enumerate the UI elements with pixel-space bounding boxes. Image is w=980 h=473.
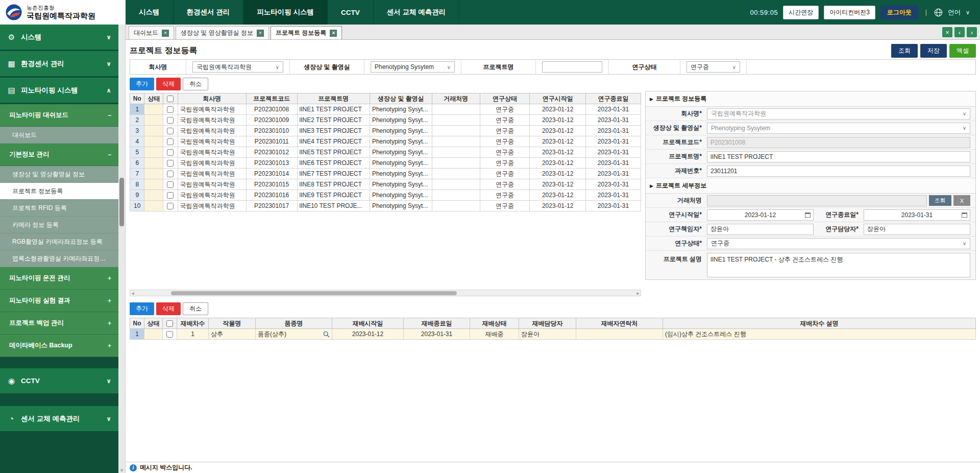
sidebar-item[interactable]: 환경센서 관리 ∨ [0, 51, 118, 78]
col-order[interactable]: 재배차수 [177, 318, 209, 329]
calendar-icon[interactable] [805, 212, 811, 218]
project-desc-textarea[interactable]: lINE1 TEST PROJECT - 상추 건조스트레스 진행 [707, 253, 970, 277]
sidebar-item[interactable]: 피노타이핑 시스템 ∧ [0, 78, 118, 104]
save-button[interactable]: 저장 [920, 44, 947, 58]
row-checkbox[interactable] [166, 331, 173, 338]
table-row[interactable]: 2 국립원예특작과학원 P202301009 lINE2 TEST PROJEC… [130, 115, 641, 126]
sidebar-item[interactable]: 피노타이핑 실험 결과 + [0, 290, 118, 312]
table-row[interactable]: 1 국립원예특작과학원 P202301008 lINE1 TEST PROJEC… [130, 104, 641, 115]
row-checkbox[interactable] [167, 128, 174, 134]
col-start[interactable]: 연구시작일 [530, 93, 586, 104]
row-checkbox[interactable] [167, 106, 174, 113]
top-nav-item[interactable]: 시스템 [126, 0, 174, 25]
language-chevron-down-icon[interactable]: ∨ [966, 9, 970, 16]
horizontal-scrollbar-thumb[interactable] [171, 291, 457, 295]
research-end-datepicker[interactable]: 2023-01-31 [864, 209, 970, 221]
sidebar-item[interactable]: 센서 교체 예측관리 ∨ [0, 406, 118, 433]
row-checkbox[interactable] [167, 149, 174, 156]
row-checkbox[interactable] [167, 171, 174, 177]
col-client[interactable]: 거래처명 [432, 93, 480, 104]
client-search-button[interactable]: 조회 [929, 195, 951, 206]
row-checkbox[interactable] [167, 203, 174, 209]
tabs-next-button[interactable]: › [967, 27, 977, 37]
tab[interactable]: 대쉬보드 [129, 26, 174, 39]
col-variety[interactable]: 품종명 [256, 318, 332, 329]
col-status[interactable]: 재배상태 [470, 318, 519, 329]
task-number-input[interactable] [707, 165, 970, 177]
excel-button[interactable]: 엑셀 [949, 44, 976, 58]
calendar-icon[interactable] [962, 212, 967, 218]
col-no[interactable]: No [130, 93, 144, 104]
sidebar-item[interactable]: 생장상 및 영상촬영실 정보 [0, 166, 118, 183]
row-checkbox[interactable] [167, 181, 174, 188]
select-all-checkbox[interactable] [166, 320, 173, 327]
add-button[interactable]: 추가 [130, 78, 154, 90]
table-row[interactable]: 4 국립원예특작과학원 P202301011 lINE4 TEST PROJEC… [130, 136, 641, 147]
table-row[interactable]: 5 국립원예특작과학원 P202301012 lINE5 TEST PROJEC… [130, 147, 641, 158]
sidebar-item[interactable]: 프로젝트 RFID 등록 [0, 200, 118, 217]
language-label[interactable]: 언어 [948, 8, 961, 17]
sidebar-item[interactable]: RGB촬영실 카메라좌표정보 등록 [0, 233, 118, 250]
col-status[interactable]: 연구상태 [480, 93, 530, 104]
globe-icon[interactable] [934, 8, 943, 17]
col-system[interactable]: 생장상 및 촬영실 [370, 93, 432, 104]
sidebar-item[interactable]: 대쉬보드 [0, 127, 118, 144]
add-button[interactable]: 추가 [130, 302, 154, 315]
sidebar-scrollbar[interactable]: ∨ [118, 25, 126, 473]
col-end[interactable]: 연구종료일 [586, 93, 641, 104]
research-status-select[interactable]: 연구중 ∨ [707, 238, 970, 249]
extend-time-button[interactable]: 시간연장 [783, 6, 819, 19]
logout-button[interactable]: 로그아웃 [880, 6, 918, 19]
top-nav-item[interactable]: 센서 교체 예측관리 [374, 0, 460, 25]
tab[interactable]: 프로젝트 정보등록 [271, 26, 342, 39]
variety-search-icon[interactable] [323, 331, 330, 338]
tab[interactable]: 생장상 및 영상촬영실 정보 [176, 26, 269, 39]
col-crop[interactable]: 작물명 [209, 318, 256, 329]
delete-button[interactable]: 삭제 [156, 78, 181, 90]
col-name[interactable]: 프로젝트명 [297, 93, 370, 104]
sidebar-scrollbar-thumb[interactable] [119, 178, 124, 226]
sidebar-item[interactable]: 피노타이핑 대쉬보드 − [0, 104, 118, 127]
research-leader-input[interactable] [707, 224, 814, 235]
row-checkbox[interactable] [167, 192, 174, 199]
row-checkbox[interactable] [167, 117, 174, 124]
sidebar-item[interactable]: 카메라 정보 등록 [0, 217, 118, 233]
col-manager[interactable]: 재배담당자 [519, 318, 576, 329]
search-button[interactable]: 조회 [891, 44, 918, 58]
table-row[interactable]: 1 1 상추 품종(상추) [130, 329, 976, 340]
tab-close-icon[interactable] [162, 30, 169, 37]
top-nav-item[interactable]: 환경센서 관리 [174, 0, 244, 25]
filter-company-select[interactable]: 국립원예특작과학원 ∨ [192, 61, 283, 73]
table-row[interactable]: 8 국립원예특작과학원 P202301015 lINE8 TEST PROJEC… [130, 179, 641, 190]
select-all-checkbox[interactable] [167, 96, 174, 102]
company-select[interactable]: 국립원예특작과학원 ∨ [707, 108, 970, 120]
cancel-button[interactable]: 취소 [183, 302, 208, 315]
account-button[interactable]: 아이티컨버전3 [824, 6, 875, 19]
sidebar-item[interactable]: 시스템 ∨ [0, 25, 118, 51]
project-name-input[interactable] [707, 151, 970, 162]
delete-button[interactable]: 삭제 [156, 302, 181, 315]
horizontal-scrollbar[interactable]: ◂ ▸ [130, 290, 641, 296]
tab-close-icon[interactable] [330, 30, 337, 37]
room-select[interactable]: Phenotyping Sysytem ∨ [707, 123, 970, 134]
logo[interactable]: 농촌진흥청 국립원예특작과학원 [0, 0, 126, 25]
row-checkbox[interactable] [167, 138, 174, 145]
research-manager-input[interactable] [864, 224, 970, 235]
table-row[interactable]: 9 국립원예특작과학원 P202301016 lINE9 TEST PROJEC… [130, 190, 641, 201]
filter-project-input[interactable] [542, 61, 602, 73]
table-row[interactable]: 3 국립원예특작과학원 P202301010 lINE3 TEST PROJEC… [130, 126, 641, 136]
scroll-left-icon[interactable]: ◂ [132, 290, 134, 296]
col-state[interactable]: 상태 [144, 93, 163, 104]
top-nav-item[interactable]: CCTV [328, 0, 374, 25]
sidebar-item[interactable]: 엽록소형광촬영실 카메라좌표정보 등록 [0, 250, 118, 267]
col-desc[interactable]: 재배차수 설명 [663, 318, 976, 329]
table-row[interactable]: 10 국립원예특작과학원 P202301017 lINE10 TEST PROJ… [130, 201, 641, 211]
sidebar-item[interactable]: CCTV ∨ [0, 368, 118, 395]
col-company[interactable]: 회사명 [178, 93, 246, 104]
sidebar-item[interactable]: 프로젝트 백업 관리 + [0, 312, 118, 335]
tabs-prev-button[interactable]: ‹ [954, 27, 965, 37]
table-row[interactable]: 7 국립원예특작과학원 P202301014 lINE7 TEST PROJEC… [130, 169, 641, 179]
cancel-button[interactable]: 취소 [183, 78, 208, 90]
filter-room-select[interactable]: Phenotyping Sysytem ∨ [371, 61, 455, 73]
sidebar-item[interactable]: 기본정보 관리 − [0, 144, 118, 166]
